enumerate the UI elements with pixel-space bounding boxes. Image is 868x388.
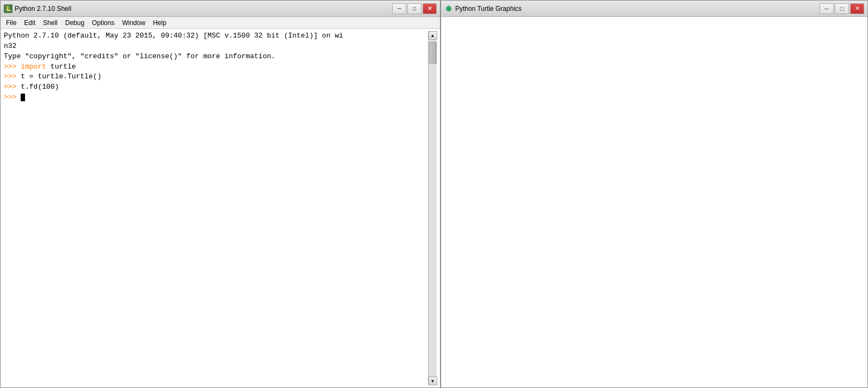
shell-titlebar: 🐍 Python 2.7.10 Shell ─ □ ✕ bbox=[1, 1, 440, 17]
turtle-icon bbox=[444, 4, 453, 13]
prompt-2: >>> bbox=[4, 72, 21, 81]
keyword-import: import bbox=[21, 63, 46, 71]
turtle-drawing bbox=[441, 17, 867, 387]
scroll-track[interactable] bbox=[429, 40, 437, 377]
shell-line-4: >>> import turtle bbox=[4, 62, 428, 72]
menu-debug[interactable]: Debug bbox=[62, 18, 88, 28]
svg-point-5 bbox=[450, 9, 451, 10]
shell-output: Python 2.7.10 (default, May 23 2015, 09:… bbox=[4, 31, 428, 385]
turtle-minimize-button[interactable]: ─ bbox=[820, 3, 834, 14]
turtle-close-button[interactable]: ✕ bbox=[850, 3, 864, 14]
scroll-down-button[interactable]: ▼ bbox=[429, 377, 437, 385]
svg-point-4 bbox=[447, 9, 448, 10]
shell-line-1: Python 2.7.10 (default, May 23 2015, 09:… bbox=[4, 31, 428, 41]
shell-scrollbar[interactable]: ▲ ▼ bbox=[428, 31, 437, 385]
scroll-up-button[interactable]: ▲ bbox=[429, 31, 437, 40]
shell-line-6: >>> t.fd(100) bbox=[4, 82, 428, 93]
shell-line-5: >>> t = turtle.Turtle() bbox=[4, 72, 428, 82]
menu-options[interactable]: Options bbox=[89, 18, 117, 28]
cmd-turtle: turtle bbox=[46, 63, 76, 71]
shell-menubar: File Edit Shell Debug Options Window Hel… bbox=[1, 17, 440, 29]
turtle-maximize-button[interactable]: □ bbox=[835, 3, 849, 14]
turtle-canvas bbox=[441, 17, 867, 387]
shell-minimize-button[interactable]: ─ bbox=[392, 3, 406, 14]
turtle-window-title: Python Turtle Graphics bbox=[455, 5, 522, 13]
shell-content-area[interactable]: Python 2.7.10 (default, May 23 2015, 09:… bbox=[1, 29, 440, 387]
svg-point-6 bbox=[448, 5, 450, 7]
text-cursor bbox=[21, 94, 25, 101]
prompt-4: >>> bbox=[4, 93, 21, 101]
shell-line-2: n32 bbox=[4, 41, 428, 52]
svg-point-3 bbox=[450, 6, 451, 7]
prompt-1: >>> bbox=[4, 63, 21, 71]
menu-help[interactable]: Help bbox=[150, 18, 170, 28]
turtle-graphics-window: Python Turtle Graphics ─ □ ✕ bbox=[441, 0, 868, 388]
shell-maximize-button[interactable]: □ bbox=[407, 3, 421, 14]
menu-shell[interactable]: Shell bbox=[40, 18, 61, 28]
turtle-window-buttons: ─ □ ✕ bbox=[820, 3, 864, 14]
shell-title: Python 2.7.10 Shell bbox=[15, 5, 390, 13]
cmd-fd: t.fd(100) bbox=[21, 83, 59, 91]
turtle-canvas-area bbox=[441, 17, 867, 387]
shell-window-buttons: ─ □ ✕ bbox=[392, 3, 437, 14]
cmd-assign: t = turtle.Turtle() bbox=[21, 72, 101, 81]
python-icon: 🐍 bbox=[4, 4, 13, 13]
menu-window[interactable]: Window bbox=[119, 18, 148, 28]
scroll-thumb[interactable] bbox=[429, 42, 437, 64]
svg-point-2 bbox=[447, 6, 448, 7]
svg-point-1 bbox=[447, 7, 450, 10]
idle-shell-window: 🐍 Python 2.7.10 Shell ─ □ ✕ File Edit Sh… bbox=[0, 0, 441, 388]
shell-line-3: Type "copyright", "credits" or "license(… bbox=[4, 52, 428, 62]
shell-line-7: >>> bbox=[4, 93, 428, 103]
turtle-titlebar: Python Turtle Graphics ─ □ ✕ bbox=[441, 1, 867, 17]
prompt-3: >>> bbox=[4, 83, 21, 91]
menu-edit[interactable]: Edit bbox=[21, 18, 39, 28]
shell-close-button[interactable]: ✕ bbox=[423, 3, 437, 14]
menu-file[interactable]: File bbox=[3, 18, 20, 28]
